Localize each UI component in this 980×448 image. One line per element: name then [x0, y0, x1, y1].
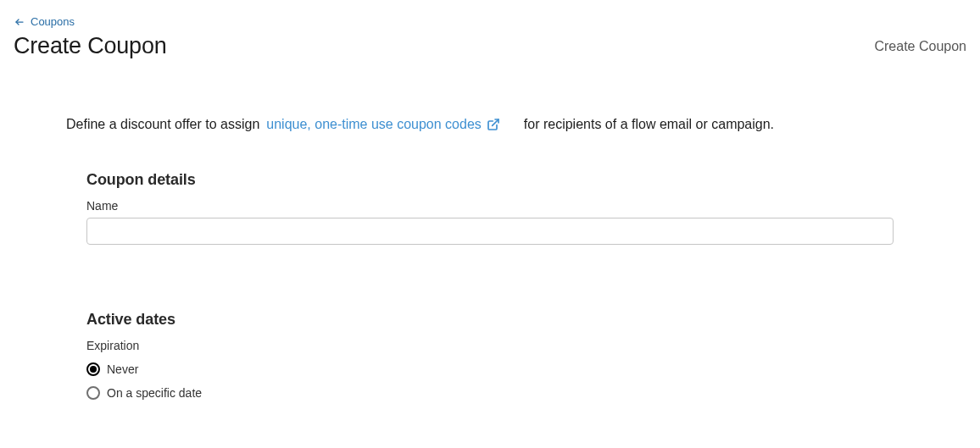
expiration-radio-specific[interactable]: On a specific date [86, 381, 885, 405]
expiration-radio-never[interactable]: Never [86, 357, 885, 381]
unique-codes-link[interactable]: unique, one-time use coupon codes [266, 117, 500, 132]
active-dates-section: Active dates Expiration Never On a speci… [0, 311, 899, 405]
active-dates-heading: Active dates [86, 311, 885, 329]
arrow-left-icon[interactable] [14, 16, 25, 28]
breadcrumb: Coupons [0, 0, 980, 28]
expiration-radio-group: Never On a specific date [86, 357, 885, 405]
page-title: Create Coupon [14, 33, 167, 59]
intro-prefix: Define a discount offer to assign [66, 117, 259, 132]
name-field-label: Name [86, 199, 885, 213]
expiration-field-label: Expiration [86, 339, 885, 352]
header-action-label: Create Coupon [874, 39, 966, 54]
coupon-details-section: Coupon details Name [0, 171, 899, 245]
external-link-icon [487, 118, 500, 131]
name-input[interactable] [86, 218, 894, 245]
intro-suffix: for recipients of a flow email or campai… [524, 117, 774, 132]
expiration-radio-specific-label: On a specific date [107, 386, 202, 400]
breadcrumb-link-coupons[interactable]: Coupons [31, 15, 75, 28]
intro-text: Define a discount offer to assign unique… [0, 59, 980, 132]
unique-codes-link-text: unique, one-time use coupon codes [266, 117, 482, 132]
coupon-details-heading: Coupon details [86, 171, 885, 189]
header: Create Coupon Create Coupon [0, 28, 980, 59]
radio-icon [86, 386, 100, 400]
svg-line-1 [492, 119, 498, 125]
radio-icon [86, 362, 100, 376]
expiration-radio-never-label: Never [107, 362, 138, 376]
